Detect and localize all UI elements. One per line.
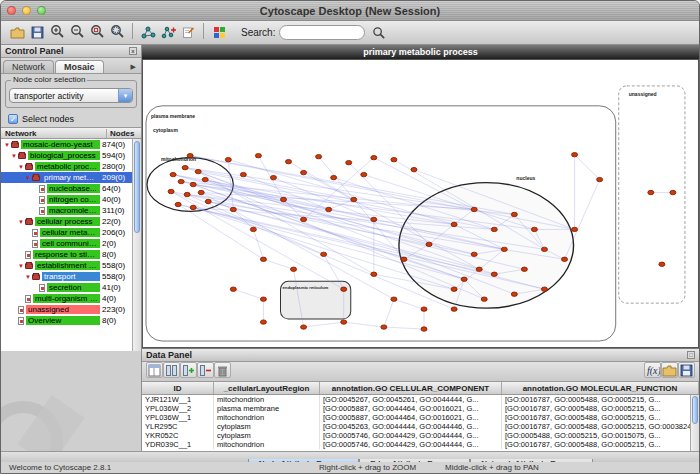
network-edge[interactable]	[263, 259, 293, 269]
network-node[interactable]	[291, 267, 297, 271]
network-node[interactable]	[511, 292, 517, 296]
network-node[interactable]	[182, 165, 188, 169]
network-node[interactable]	[175, 202, 181, 206]
network-node[interactable]	[202, 177, 208, 181]
tab-scroll-right-icon[interactable]: ▶	[128, 61, 139, 73]
tree-row[interactable]: ▼transport558(0)	[1, 271, 132, 282]
tree-column-network[interactable]: Network	[1, 129, 107, 138]
table-scrollbar[interactable]	[690, 395, 699, 451]
network-node[interactable]	[562, 257, 568, 261]
import-attributes-icon[interactable]	[661, 362, 678, 378]
table-row[interactable]: YLR295Ccytoplasm[GO:0045263, GO:0044444,…	[142, 422, 699, 431]
delete-attribute-icon[interactable]	[197, 362, 214, 378]
tree-row[interactable]: unassigned223(0)	[1, 304, 132, 315]
open-session-icon[interactable]	[7, 23, 27, 43]
network-node[interactable]	[230, 287, 236, 291]
table-row[interactable]: YJR121W__1mitochondrion[GO:0045267, GO:0…	[142, 395, 699, 404]
tree-row[interactable]: Overview8(0)	[1, 315, 132, 326]
network-node[interactable]	[511, 212, 517, 216]
network-node[interactable]	[451, 287, 457, 291]
network-node[interactable]	[670, 190, 676, 194]
network-edge[interactable]	[304, 322, 344, 327]
vizmapper-icon[interactable]	[209, 23, 229, 43]
network-node[interactable]	[316, 154, 322, 158]
network-node[interactable]	[391, 297, 397, 301]
table-row[interactable]: YKR052Ccytoplasm[GO:0005746, GO:0044429,…	[142, 431, 699, 440]
expander-icon[interactable]: ▼	[17, 219, 25, 225]
network-canvas[interactable]: plasma membrane cytoplasm mitochondrion …	[142, 59, 699, 348]
zoom-out-icon[interactable]	[67, 22, 87, 42]
network-node[interactable]	[341, 287, 347, 291]
network-node[interactable]	[471, 252, 477, 256]
network-node[interactable]	[205, 199, 211, 203]
network-node[interactable]	[190, 205, 196, 209]
network-node[interactable]	[371, 272, 377, 276]
network-node[interactable]	[597, 177, 603, 181]
table-row[interactable]: YDR039C__1mitochondrion[GO:0005746, GO:0…	[142, 440, 699, 449]
network-node[interactable]	[491, 227, 497, 231]
zoom-fit-content-icon[interactable]	[107, 22, 127, 42]
zoom-in-icon[interactable]	[47, 22, 67, 42]
create-network-from-selection-icon[interactable]	[158, 23, 178, 43]
network-node[interactable]	[381, 325, 387, 329]
network-node[interactable]	[260, 297, 266, 301]
expander-icon[interactable]: ▼	[24, 175, 32, 181]
tree-column-nodes[interactable]: Nodes	[107, 129, 141, 138]
network-node[interactable]	[572, 152, 578, 156]
column-header-region[interactable]: _cellularLayoutRegion	[214, 382, 320, 394]
network-edge[interactable]	[384, 327, 424, 329]
expander-icon[interactable]: ▼	[17, 263, 25, 269]
change-panel-layout-icon[interactable]	[146, 362, 163, 378]
network-node[interactable]	[321, 252, 327, 256]
network-node[interactable]	[270, 175, 276, 179]
network-node[interactable]	[351, 197, 357, 201]
column-header-cellular-component[interactable]: annotation.GO CELLULAR_COMPONENT	[320, 382, 502, 394]
node-color-dropdown[interactable]: transporter activity ▾	[9, 88, 133, 103]
tree-row[interactable]: response to stimu...8(0)	[1, 249, 132, 260]
network-node[interactable]	[168, 189, 174, 193]
network-node[interactable]	[481, 297, 487, 301]
network-node[interactable]	[541, 287, 547, 291]
network-node[interactable]	[346, 160, 352, 164]
network-node[interactable]	[195, 169, 201, 173]
tree-row[interactable]: ▼primary metab...209(0)	[1, 172, 132, 183]
network-view-title[interactable]: primary metabolic process	[142, 45, 699, 59]
network-node[interactable]	[255, 153, 261, 157]
network-node[interactable]	[541, 247, 547, 251]
tree-row[interactable]: ▼biological_process594(0)	[1, 150, 132, 161]
network-node[interactable]	[178, 179, 184, 183]
expander-icon[interactable]: ▼	[17, 164, 25, 170]
network-edge[interactable]	[575, 155, 600, 180]
tree-row[interactable]: multi-organism pro...4(0)	[1, 293, 132, 304]
network-node[interactable]	[170, 172, 176, 176]
clear-table-icon[interactable]	[214, 362, 231, 378]
network-node[interactable]	[301, 170, 307, 174]
search-go-icon[interactable]	[369, 23, 389, 43]
network-node[interactable]	[421, 327, 427, 331]
select-nodes-checkbox[interactable]: ✓	[8, 114, 18, 124]
network-node[interactable]	[187, 153, 193, 157]
network-node[interactable]	[426, 242, 432, 246]
network-node[interactable]	[391, 157, 397, 161]
tab-mosaic[interactable]: Mosaic	[55, 60, 104, 73]
network-node[interactable]	[198, 190, 204, 194]
function-builder-icon[interactable]: f(x)	[644, 362, 661, 378]
network-node[interactable]	[501, 247, 507, 251]
network-edge[interactable]	[384, 299, 394, 327]
search-input[interactable]	[279, 25, 365, 40]
network-node[interactable]	[260, 320, 266, 324]
network-node[interactable]	[521, 267, 527, 271]
window-titlebar[interactable]: Cytoscape Desktop (New Session)	[1, 1, 699, 21]
network-node[interactable]	[225, 157, 231, 161]
network-node[interactable]	[471, 207, 477, 211]
tree-row[interactable]: nitrogen compo...40(0)	[1, 194, 132, 205]
network-node[interactable]	[331, 175, 337, 179]
select-attributes-icon[interactable]	[163, 362, 180, 378]
tree-row[interactable]: ▼metabolic process280(0)	[1, 161, 132, 172]
create-attribute-icon[interactable]	[180, 362, 197, 378]
save-session-icon[interactable]	[27, 23, 47, 43]
network-node[interactable]	[461, 277, 467, 281]
network-node[interactable]	[648, 190, 654, 194]
network-node[interactable]	[572, 227, 578, 231]
network-node[interactable]	[250, 227, 256, 231]
